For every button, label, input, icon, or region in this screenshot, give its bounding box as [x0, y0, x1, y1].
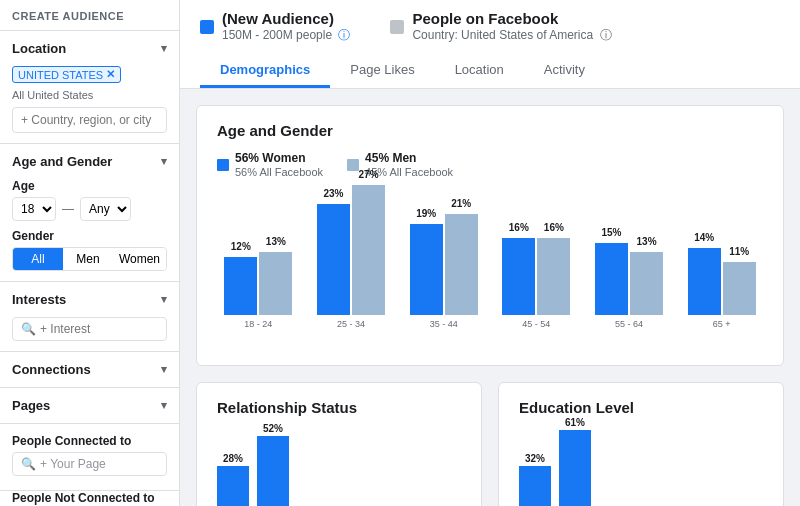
not-connected-label: People Not Connected to	[12, 491, 167, 505]
sidebar-section-location: Location ▾ UNITED STATES ✕ All United St…	[0, 31, 179, 144]
interests-search-icon: 🔍	[21, 322, 36, 336]
new-audience-color-swatch	[200, 20, 214, 34]
relationship-bars: 28% 52%	[217, 426, 461, 506]
rel-pct-52: 52%	[263, 423, 283, 434]
age-gender-chart-card: Age and Gender 56% Women 56% All Faceboo…	[196, 105, 784, 366]
bar-group-65+: 14%11%65 +	[680, 189, 763, 329]
facebook-audience-title: People on Facebook	[412, 10, 611, 27]
sidebar-section-interests: Interests ▾ 🔍	[0, 282, 179, 352]
tag-remove-icon[interactable]: ✕	[106, 68, 115, 81]
connected-search-icon: 🔍	[21, 457, 36, 471]
location-tags: UNITED STATES ✕	[12, 66, 167, 83]
connections-chevron-icon: ▾	[161, 363, 167, 376]
men-bar: 11%	[723, 262, 756, 315]
info-icon-fb: ⓘ	[600, 28, 612, 42]
women-bar: 12%	[224, 257, 257, 315]
sidebar-section-age-gender: Age and Gender ▾ Age 18 — Any Gender All…	[0, 144, 179, 282]
age-to-select[interactable]: Any	[80, 197, 131, 221]
men-bar: 16%	[537, 238, 570, 315]
gender-men-button[interactable]: Men	[63, 248, 113, 270]
legend-women-pct: 56% Women	[235, 151, 305, 165]
age-gender-section-header[interactable]: Age and Gender ▾	[0, 144, 179, 179]
men-bar: 13%	[259, 252, 292, 315]
gender-label: Gender	[12, 229, 167, 243]
chart-legend: 56% Women 56% All Facebook 45% Men 45% A…	[217, 151, 763, 179]
pages-chevron-icon: ▾	[161, 399, 167, 412]
rel-bar-col-52	[257, 436, 289, 506]
bottom-cards: Relationship Status 28% 52% Education Le…	[196, 382, 784, 506]
age-label: Age	[12, 179, 167, 193]
audience-top: (New Audience) 150M - 200M people ⓘ Peop…	[200, 10, 780, 44]
gender-all-button[interactable]: All	[13, 248, 63, 270]
legend-women-color	[217, 159, 229, 171]
bar-group-45-54: 16%16%45 - 54	[495, 189, 578, 329]
new-audience-title: (New Audience)	[222, 10, 350, 27]
pages-section-header[interactable]: Pages ▾	[0, 388, 179, 423]
legend-women: 56% Women 56% All Facebook	[217, 151, 323, 179]
new-audience-size: 150M - 200M people ⓘ	[222, 27, 350, 44]
women-bar: 19%	[410, 224, 443, 315]
interests-content: 🔍	[0, 317, 179, 351]
legend-women-sub: 56% All Facebook	[235, 166, 323, 178]
sidebar-header: CREATE AUDIENCE	[0, 0, 179, 31]
education-chart-title: Education Level	[519, 399, 763, 416]
connected-input-box[interactable]: 🔍 + Your Page	[12, 452, 167, 476]
location-input[interactable]	[12, 107, 167, 133]
women-bar: 15%	[595, 243, 628, 315]
gender-women-button[interactable]: Women	[113, 248, 166, 270]
rel-pct-28: 28%	[223, 453, 243, 464]
women-bar: 14%	[688, 248, 721, 315]
tag-text: UNITED STATES	[18, 69, 103, 81]
men-bar: 27%	[352, 185, 385, 315]
connections-section-header[interactable]: Connections ▾	[0, 352, 179, 387]
interests-label: Interests	[12, 292, 66, 307]
bar-group-35-44: 19%21%35 - 44	[402, 189, 485, 329]
legend-men-color	[347, 159, 359, 171]
facebook-color-swatch	[390, 20, 404, 34]
age-row: 18 — Any	[12, 197, 167, 221]
tab-demographics[interactable]: Demographics	[200, 54, 330, 88]
all-us-text: All United States	[12, 89, 167, 101]
united-states-tag[interactable]: UNITED STATES ✕	[12, 66, 121, 83]
bar-group-18-24: 12%13%18 - 24	[217, 189, 300, 329]
rel-bar-52: 52%	[257, 423, 289, 506]
interests-chevron-icon: ▾	[161, 293, 167, 306]
connected-placeholder: + Your Page	[40, 457, 106, 471]
age-from-select[interactable]: 18	[12, 197, 56, 221]
location-chevron-icon: ▾	[161, 42, 167, 55]
tab-location[interactable]: Location	[435, 54, 524, 88]
audience-header: (New Audience) 150M - 200M people ⓘ Peop…	[180, 0, 800, 89]
edu-bar-col-61	[559, 430, 591, 506]
content-area: Age and Gender 56% Women 56% All Faceboo…	[180, 89, 800, 506]
sidebar-section-pages: Pages ▾	[0, 388, 179, 424]
bar-group-25-34: 23%27%25 - 34	[310, 189, 393, 329]
edu-bar-61: 61%	[559, 417, 591, 506]
sidebar-section-not-connected: People Not Connected to 🔍 + Your Page	[0, 491, 179, 506]
education-bars: 32% 61%	[519, 426, 763, 506]
age-gender-bars: 12%13%18 - 2423%27%25 - 3419%21%35 - 441…	[217, 189, 763, 349]
bar-group-55-64: 15%13%55 - 64	[588, 189, 671, 329]
interests-input[interactable]	[40, 322, 158, 336]
age-gender-label: Age and Gender	[12, 154, 112, 169]
legend-men-pct: 45% Men	[365, 151, 416, 165]
tab-activity[interactable]: Activity	[524, 54, 605, 88]
facebook-audience-country: Country: United States of America ⓘ	[412, 27, 611, 44]
tab-page-likes[interactable]: Page Likes	[330, 54, 434, 88]
age-gender-chart-title: Age and Gender	[217, 122, 763, 139]
edu-pct-32: 32%	[525, 453, 545, 464]
relationship-chart-title: Relationship Status	[217, 399, 461, 416]
men-bar: 13%	[630, 252, 663, 315]
interests-search-box[interactable]: 🔍	[12, 317, 167, 341]
relationship-chart-card: Relationship Status 28% 52%	[196, 382, 482, 506]
location-section-header[interactable]: Location ▾	[0, 31, 179, 66]
sidebar-section-connections: Connections ▾	[0, 352, 179, 388]
women-bar: 16%	[502, 238, 535, 315]
new-audience-details: (New Audience) 150M - 200M people ⓘ	[222, 10, 350, 44]
sidebar-section-connected: People Connected to 🔍 + Your Page	[0, 424, 179, 491]
women-bar: 23%	[317, 204, 350, 315]
facebook-audience-details: People on Facebook Country: United State…	[412, 10, 611, 44]
interests-section-header[interactable]: Interests ▾	[0, 282, 179, 317]
education-chart-card: Education Level 32% 61%	[498, 382, 784, 506]
edu-pct-61: 61%	[565, 417, 585, 428]
location-label: Location	[12, 41, 66, 56]
